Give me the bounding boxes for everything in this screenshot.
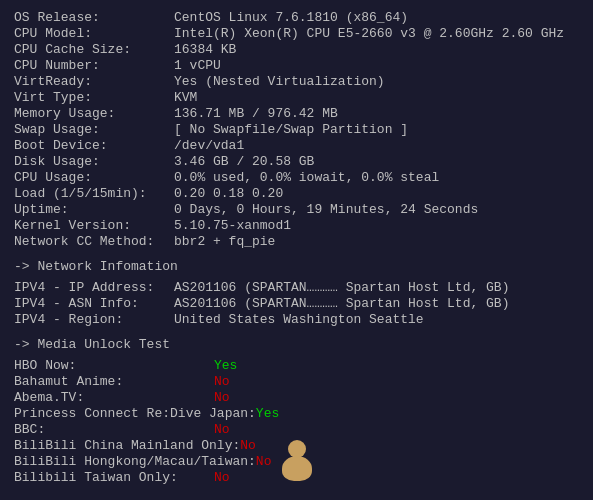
network-section: -> Network InfomationIPV4 - IP Address:A… [14, 259, 579, 327]
system-value: [ No Swapfile/Swap Partition ] [174, 122, 408, 137]
system-info-row: Kernel Version:5.10.75-xanmod1 [14, 218, 579, 233]
media-service-label: BBC: [14, 422, 214, 437]
system-label: OS Release: [14, 10, 174, 25]
system-value: 136.71 MB / 976.42 MB [174, 106, 338, 121]
media-service-label: Abema.TV: [14, 390, 214, 405]
system-label: CPU Model: [14, 26, 174, 41]
network-label: IPV4 - IP Address: [14, 280, 174, 295]
system-info-row: VirtReady:Yes (Nested Virtualization) [14, 74, 579, 89]
system-info-row: Boot Device:/dev/vda1 [14, 138, 579, 153]
system-label: Load (1/5/15min): [14, 186, 174, 201]
media-service-status: No [240, 438, 256, 453]
system-info-row: CPU Model:Intel(R) Xeon(R) CPU E5-2660 v… [14, 26, 579, 41]
system-value: 1 vCPU [174, 58, 221, 73]
system-value: 0.20 0.18 0.20 [174, 186, 283, 201]
system-label: CPU Usage: [14, 170, 174, 185]
media-service-status: Yes [214, 358, 237, 373]
media-service-label: BiliBili Hongkong/Macau/Taiwan: [14, 454, 256, 469]
system-label: VirtReady: [14, 74, 174, 89]
system-value: KVM [174, 90, 197, 105]
system-info-row: Disk Usage:3.46 GB / 20.58 GB [14, 154, 579, 169]
media-service-label: Princess Connect Re:Dive Japan: [14, 406, 256, 421]
system-value: 3.46 GB / 20.58 GB [174, 154, 314, 169]
system-label: Boot Device: [14, 138, 174, 153]
system-info-row: Uptime:0 Days, 0 Hours, 19 Minutes, 24 S… [14, 202, 579, 217]
media-unlock-row: BBC:No [14, 422, 579, 437]
system-label: CPU Number: [14, 58, 174, 73]
media-unlock-row: HBO Now:Yes [14, 358, 579, 373]
system-value: CentOS Linux 7.6.1810 (x86_64) [174, 10, 408, 25]
network-label: IPV4 - ASN Info: [14, 296, 174, 311]
network-info-row: IPV4 - Region:United States Washington S… [14, 312, 579, 327]
system-value: bbr2 + fq_pie [174, 234, 275, 249]
network-value: AS201106 (SPARTAN………… Spartan Host Ltd, … [174, 296, 509, 311]
media-unlock-row: Princess Connect Re:Dive Japan:Yes [14, 406, 579, 421]
media-service-label: BiliBili China Mainland Only: [14, 438, 240, 453]
system-label: Disk Usage: [14, 154, 174, 169]
system-info-row: Swap Usage:[ No Swapfile/Swap Partition … [14, 122, 579, 137]
system-label: Virt Type: [14, 90, 174, 105]
system-value: Yes (Nested Virtualization) [174, 74, 385, 89]
system-value: /dev/vda1 [174, 138, 244, 153]
network-info-row: IPV4 - IP Address:AS201106 (SPARTAN………… … [14, 280, 579, 295]
network-header: -> Network Infomation [14, 259, 579, 274]
system-label: Swap Usage: [14, 122, 174, 137]
system-info-row: OS Release:CentOS Linux 7.6.1810 (x86_64… [14, 10, 579, 25]
media-unlock-row: Abema.TV:No [14, 390, 579, 405]
media-header: -> Media Unlock Test [14, 337, 579, 352]
media-unlock-row: Bahamut Anime:No [14, 374, 579, 389]
system-value: Intel(R) Xeon(R) CPU E5-2660 v3 @ 2.60GH… [174, 26, 564, 41]
system-info-section: OS Release:CentOS Linux 7.6.1810 (x86_64… [14, 10, 579, 249]
system-value: 0 Days, 0 Hours, 19 Minutes, 24 Seconds [174, 202, 478, 217]
media-service-status: No [214, 374, 230, 389]
media-service-label: Bahamut Anime: [14, 374, 214, 389]
network-value: United States Washington Seattle [174, 312, 424, 327]
media-service-status: Yes [256, 406, 279, 421]
network-label: IPV4 - Region: [14, 312, 174, 327]
system-info-row: CPU Usage:0.0% used, 0.0% iowait, 0.0% s… [14, 170, 579, 185]
system-info-row: Memory Usage:136.71 MB / 976.42 MB [14, 106, 579, 121]
system-info-row: Network CC Method:bbr2 + fq_pie [14, 234, 579, 249]
system-value: 5.10.75-xanmod1 [174, 218, 291, 233]
media-service-label: Bilibili Taiwan Only: [14, 470, 214, 485]
system-info-row: Virt Type:KVM [14, 90, 579, 105]
network-value: AS201106 (SPARTAN………… Spartan Host Ltd, … [174, 280, 509, 295]
media-service-status: No [256, 454, 272, 469]
system-label: Uptime: [14, 202, 174, 217]
media-service-status: No [214, 470, 230, 485]
media-service-label: HBO Now: [14, 358, 214, 373]
system-info-row: CPU Number:1 vCPU [14, 58, 579, 73]
media-service-status: No [214, 422, 230, 437]
system-label: Memory Usage: [14, 106, 174, 121]
system-value: 0.0% used, 0.0% iowait, 0.0% steal [174, 170, 439, 185]
network-info-row: IPV4 - ASN Info:AS201106 (SPARTAN………… Sp… [14, 296, 579, 311]
system-value: 16384 KB [174, 42, 236, 57]
media-service-status: No [214, 390, 230, 405]
system-label: CPU Cache Size: [14, 42, 174, 57]
system-label: Kernel Version: [14, 218, 174, 233]
system-label: Network CC Method: [14, 234, 174, 249]
system-info-row: Load (1/5/15min):0.20 0.18 0.20 [14, 186, 579, 201]
system-info-row: CPU Cache Size:16384 KB [14, 42, 579, 57]
